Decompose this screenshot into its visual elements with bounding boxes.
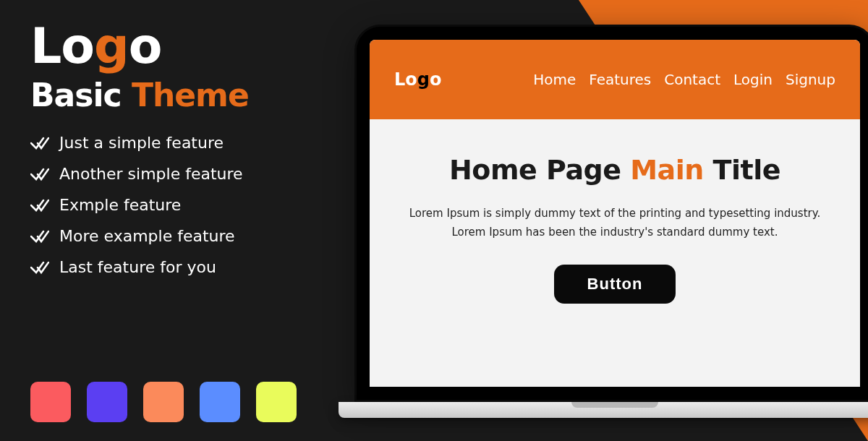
check-icon	[30, 260, 49, 275]
hero-section: Home Page Main Title Lorem Ipsum is simp…	[370, 119, 860, 387]
tagline: Basic Theme	[30, 77, 318, 114]
check-icon	[30, 198, 49, 213]
site-logo-post: o	[430, 69, 442, 90]
feature-label: Last feature for you	[59, 258, 216, 276]
logo-text-post: o	[129, 17, 162, 74]
logo-text-accent: g	[94, 17, 129, 74]
feature-list: Just a simple feature Another simple fea…	[30, 134, 318, 276]
hero-title-pre: Home Page	[449, 154, 630, 186]
site-header: Logo Home Features Contact Login Signup	[370, 40, 860, 119]
feature-item: More example feature	[30, 227, 318, 245]
feature-label: Another simple feature	[59, 165, 243, 183]
brand-logo: Logo	[30, 22, 318, 71]
color-swatch-row	[30, 382, 297, 422]
feature-item: Another simple feature	[30, 165, 318, 183]
color-swatch[interactable]	[256, 382, 297, 422]
site-logo-pre: Lo	[394, 69, 417, 90]
color-swatch[interactable]	[30, 382, 71, 422]
laptop-preview: Logo Home Features Contact Login Signup …	[354, 25, 868, 418]
nav-link-home[interactable]: Home	[533, 71, 576, 88]
feature-label: Exmple feature	[59, 196, 181, 214]
tagline-pre: Basic	[30, 77, 132, 114]
check-icon	[30, 229, 49, 244]
laptop-base	[339, 402, 868, 418]
nav-link-contact[interactable]: Contact	[664, 71, 720, 88]
laptop-lid: Logo Home Features Contact Login Signup …	[354, 25, 868, 402]
nav-link-login[interactable]: Login	[733, 71, 773, 88]
logo-text-pre: Lo	[30, 17, 94, 74]
site-logo[interactable]: Logo	[394, 69, 441, 90]
hero-title-accent: Main	[630, 154, 704, 186]
nav-link-features[interactable]: Features	[589, 71, 651, 88]
color-swatch[interactable]	[143, 382, 184, 422]
nav-link-signup[interactable]: Signup	[786, 71, 835, 88]
hero-title: Home Page Main Title	[449, 154, 780, 186]
hero-title-post: Title	[704, 154, 780, 186]
tagline-accent: Theme	[132, 77, 249, 114]
check-icon	[30, 167, 49, 181]
check-icon	[30, 136, 49, 150]
site-nav: Home Features Contact Login Signup	[533, 71, 835, 88]
feature-item: Exmple feature	[30, 196, 318, 214]
feature-item: Last feature for you	[30, 258, 318, 276]
hero-cta-button[interactable]: Button	[554, 265, 676, 304]
color-swatch[interactable]	[200, 382, 240, 422]
laptop-screen: Logo Home Features Contact Login Signup …	[370, 40, 860, 387]
feature-item: Just a simple feature	[30, 134, 318, 152]
color-swatch[interactable]	[87, 382, 127, 422]
site-logo-accent: g	[417, 69, 430, 90]
feature-label: More example feature	[59, 227, 235, 245]
feature-label: Just a simple feature	[59, 134, 224, 152]
hero-description: Lorem Ipsum is simply dummy text of the …	[399, 205, 831, 241]
